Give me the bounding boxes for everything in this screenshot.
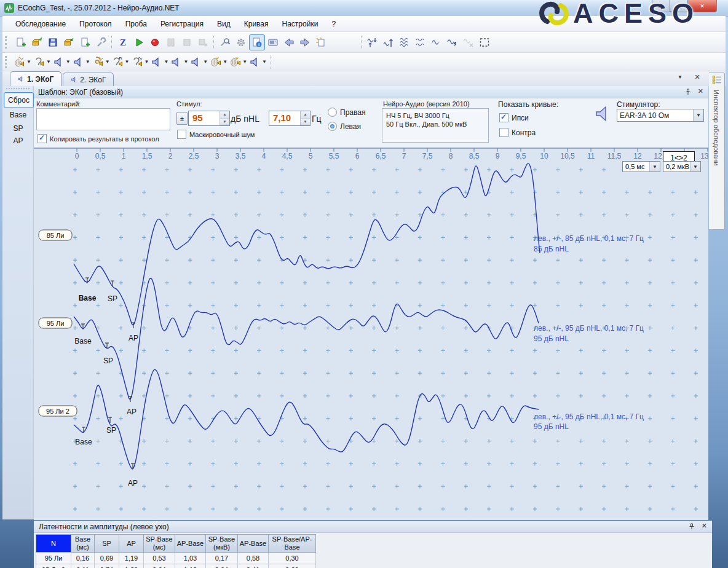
curves-split-button[interactable] — [413, 34, 429, 50]
pin-icon[interactable] — [684, 88, 692, 95]
stim-speaker-4-button[interactable]: ▼ — [170, 54, 189, 70]
tab-close-button[interactable]: ✕ — [692, 73, 702, 81]
curve-95-Ли[interactable] — [74, 278, 539, 399]
menu-item-?[interactable]: ? — [325, 18, 342, 30]
acquisition-settings-button[interactable] — [233, 34, 249, 50]
sidebar-button-ap[interactable]: AP — [4, 134, 33, 148]
tab-1[interactable]: 1. ЭКоГ — [10, 71, 61, 86]
stimulator-select[interactable]: EAR-3A 10 Ом ▼ — [617, 109, 704, 122]
close-button[interactable]: ✕ — [687, 0, 717, 12]
menu-item-Обследование[interactable]: Обследование — [9, 18, 73, 30]
menu-item-Протокол[interactable]: Протокол — [73, 18, 119, 30]
contra-checkbox[interactable] — [499, 128, 508, 137]
stim-brain-1-button[interactable]: ▼ — [209, 54, 229, 70]
ear-right-radio[interactable] — [328, 108, 337, 117]
minimize-button[interactable]: ▬ — [652, 0, 671, 12]
screen-button[interactable] — [265, 34, 281, 50]
tab-2[interactable]: 2. ЭКоГ — [63, 73, 114, 86]
new-exam-button[interactable] — [13, 34, 29, 50]
stim-ear-pulse-button[interactable]: ▼ — [111, 54, 131, 70]
dropdown-caret-icon[interactable]: ▼ — [203, 59, 208, 65]
stim-speaker-6-button[interactable]: ▼ — [248, 54, 268, 70]
stimulator-dropdown-icon[interactable]: ▼ — [693, 109, 703, 121]
stim-brain-wave-button[interactable]: ▼ — [13, 54, 33, 70]
waveform-chart[interactable]: 00,511,522,533,544,555,566,577,588,599,5… — [34, 148, 708, 520]
menu-item-Регистрация[interactable]: Регистрация — [154, 18, 210, 30]
exam-info-button[interactable]: i — [249, 34, 265, 50]
dropdown-caret-icon[interactable]: ▼ — [242, 59, 247, 65]
tab-menu-button[interactable]: ▼ — [675, 74, 685, 80]
comment-input[interactable] — [36, 108, 170, 130]
column-header[interactable]: Base (мс) — [71, 535, 95, 553]
level-spinner[interactable]: 95 ▲▼ — [188, 111, 230, 126]
curves-stack-button[interactable] — [397, 34, 413, 50]
menu-item-Кривая[interactable]: Кривая — [237, 18, 275, 30]
dropdown-caret-icon[interactable]: ▼ — [262, 59, 267, 65]
stim-speaker-5-button[interactable]: ▼ — [189, 54, 209, 70]
archive-button[interactable] — [61, 34, 77, 50]
marker-base[interactable] — [85, 278, 89, 283]
column-header[interactable]: N — [36, 535, 71, 553]
curve-single-button[interactable] — [429, 34, 445, 50]
dropdown-caret-icon[interactable]: ▼ — [46, 59, 51, 65]
marker-sp[interactable] — [111, 281, 114, 286]
menu-item-Проба[interactable]: Проба — [119, 18, 154, 30]
ipsi-checkbox[interactable] — [499, 113, 508, 122]
save-button[interactable] — [45, 34, 61, 50]
stim-cochlea-button[interactable]: ▼ — [92, 54, 111, 70]
curve-shift-down-button[interactable] — [365, 34, 381, 50]
probe-settings-button[interactable] — [217, 34, 233, 50]
stim-speaker-3-button[interactable]: ▼ — [150, 54, 170, 70]
dropdown-caret-icon[interactable]: ▼ — [26, 59, 31, 65]
level-spin-buttons[interactable]: ▲▼ — [220, 111, 229, 125]
table-row[interactable]: 95 Ли0,160,691,190,531,030,170,580,30 — [36, 553, 316, 564]
time-scale-select[interactable]: 0,5 мс ▼ — [622, 161, 660, 172]
start-button[interactable] — [131, 34, 147, 50]
column-header[interactable]: SP-Base/AP- Base — [269, 535, 316, 553]
column-header[interactable]: SP-Base (мс) — [144, 535, 175, 553]
open-exam-button[interactable] — [29, 34, 45, 50]
dropdown-caret-icon[interactable]: ▼ — [125, 59, 130, 65]
sidebar-button-sp[interactable]: SP — [4, 122, 33, 135]
new-page-button[interactable] — [77, 34, 93, 50]
frequency-value[interactable]: 7,10 — [269, 111, 300, 125]
sidebar-grip[interactable] — [6, 88, 30, 92]
curve-shift-up-button[interactable] — [381, 34, 397, 50]
stim-brain-2-button[interactable]: ▼ — [229, 54, 248, 70]
dropdown-caret-icon[interactable]: ▼ — [144, 59, 149, 65]
masking-noise-checkbox[interactable] — [177, 130, 186, 139]
toolbar-grip[interactable] — [5, 56, 10, 68]
maximize-button[interactable]: ▢ — [670, 0, 689, 12]
dropdown-caret-icon[interactable]: ▼ — [105, 59, 110, 65]
selection-button[interactable] — [477, 34, 493, 50]
table-row[interactable]: 95 Ли 20,110,741,230,641,120,040,410,09 — [36, 564, 316, 568]
stim-ear-wave-button[interactable]: ▼ — [131, 54, 151, 70]
column-header[interactable]: AP-Base — [238, 535, 269, 553]
curve-85-Ли[interactable] — [74, 164, 540, 325]
dropdown-caret-icon[interactable]: ▼ — [85, 59, 90, 65]
toolbar-grip[interactable] — [5, 36, 10, 49]
copy-results-checkbox[interactable] — [38, 134, 47, 143]
menu-item-Вид[interactable]: Вид — [210, 18, 237, 30]
inspector-tab[interactable]: Инспектор обследовани — [709, 73, 725, 230]
dropdown-caret-icon[interactable]: ▼ — [183, 59, 188, 65]
dropdown-caret-icon[interactable]: ▼ — [66, 59, 71, 65]
time-scale-dropdown-icon[interactable]: ▼ — [649, 162, 660, 172]
column-header[interactable]: SP-Base (мкВ) — [206, 535, 238, 553]
menu-item-Настройки[interactable]: Настройки — [275, 18, 325, 30]
impedance-button[interactable]: Z — [115, 34, 131, 50]
amp-scale-select[interactable]: 0,2 мкВ ▼ — [663, 161, 701, 172]
template-close-icon[interactable]: ✕ — [698, 87, 703, 95]
stim-ear-button[interactable]: ▼ — [33, 54, 52, 70]
results-close-icon[interactable]: ✕ — [702, 522, 707, 530]
results-pin-icon[interactable] — [688, 523, 695, 530]
new-window-button[interactable] — [313, 34, 329, 50]
dropdown-caret-icon[interactable]: ▼ — [223, 59, 228, 65]
record-button[interactable] — [147, 34, 163, 50]
dropdown-caret-icon[interactable]: ▼ — [164, 59, 168, 65]
curve-95-Ли-2[interactable] — [74, 369, 539, 469]
column-header[interactable]: SP — [95, 535, 119, 553]
column-header[interactable]: AP-Base — [175, 535, 206, 553]
frequency-spinner[interactable]: 7,10 ▲▼ — [269, 111, 311, 126]
polarity-button[interactable]: ± — [176, 112, 188, 125]
